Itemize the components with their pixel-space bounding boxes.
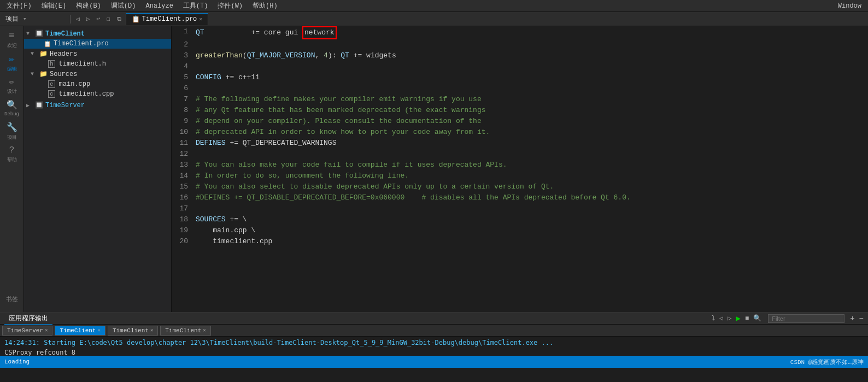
line-code-4[interactable] — [193, 61, 868, 72]
code-line-18: 18 SOURCES += \ — [172, 214, 868, 225]
sidebar-item-bookmark[interactable]: 书签 — [1, 288, 23, 310]
output-add[interactable]: + — [850, 314, 854, 323]
toolbar-undo[interactable]: ↩ — [94, 15, 102, 23]
output-play[interactable]: ▶ — [736, 314, 741, 323]
output-remove[interactable]: − — [859, 314, 864, 323]
code-editor[interactable]: 1 QT += core gui network 2 3 greaterThan… — [172, 26, 868, 312]
app-tab-timeclient3[interactable]: TimeClient ✕ — [160, 326, 210, 336]
output-tabs: 应用程序输出 ⤵ ◁ ▷ ▶ ■ 🔍 + − — [0, 313, 868, 325]
output-icon1[interactable]: ⤵ — [712, 314, 715, 322]
line-code-19[interactable]: main.cpp \ — [193, 225, 868, 236]
status-watermark: CSDN @感觉画质不如…原神 — [790, 358, 864, 366]
tree-label: TimeClient — [45, 30, 85, 38]
line-code-14[interactable]: # In order to do so, uncomment the follo… — [193, 171, 868, 181]
line-code-17[interactable] — [193, 203, 868, 214]
line-code-16[interactable]: #DEFINES += QT_DISABLE_DEPRECATED_BEFORE… — [193, 192, 868, 203]
output-search[interactable]: 🔍 — [753, 314, 761, 322]
menu-help[interactable]: 帮助(H) — [248, 0, 282, 11]
output-tab-main[interactable]: 应用程序输出 — [4, 313, 52, 325]
tree-item-timeclient-cpp[interactable]: c timeclient.cpp — [24, 89, 171, 99]
sidebar-icons: ≡ 欢迎 ✏ 编辑 ✏ 设计 🔍 Debug 🔧 项目 ? 帮助 书签 — [0, 26, 24, 312]
code-line-3: 3 greaterThan(QT_MAJOR_VERSION, 4): QT +… — [172, 50, 868, 61]
toolbar-new-file[interactable]: ☐ — [104, 15, 113, 23]
code-line-13: 13 # You can also make your code fail to… — [172, 160, 868, 171]
bookmark-label: 书签 — [6, 295, 18, 303]
line-num-17: 17 — [172, 203, 193, 214]
cpp-icon2: c — [48, 90, 55, 98]
app-tab-timeserver-close[interactable]: ✕ — [45, 327, 48, 333]
tree-arrow-sources: ▼ — [31, 71, 37, 77]
tree-item-timeclient-h[interactable]: h timeclient.h — [24, 59, 171, 69]
line-code-11[interactable]: DEFINES += QT_DEPRECATED_WARNINGS — [193, 138, 868, 149]
line-num-2: 2 — [172, 39, 193, 50]
toolbar-split[interactable]: ⧉ — [115, 15, 124, 23]
headers-folder-icon: 📁 — [39, 50, 48, 58]
tab-timeclient-pro[interactable]: 📋 TimeClient.pro ✕ — [126, 13, 209, 25]
line-code-3[interactable]: greaterThan(QT_MAJOR_VERSION, 4): QT += … — [193, 50, 868, 61]
line-num-16: 16 — [172, 192, 193, 203]
line-code-20[interactable]: timeclient.cpp — [193, 236, 868, 247]
tree-item-sources[interactable]: ▼ 📁 Sources — [24, 69, 171, 79]
line-code-6[interactable] — [193, 83, 868, 94]
code-line-10: 10 # deprecated API in order to know how… — [172, 127, 868, 138]
tree-item-timeserver[interactable]: ▶ 🔲 TimeServer — [24, 100, 171, 110]
output-stop[interactable]: ■ — [745, 315, 749, 322]
sidebar-item-project[interactable]: 🔧 项目 — [1, 120, 23, 142]
line-code-5[interactable]: CONFIG += c++11 — [193, 72, 868, 83]
code-line-5: 5 CONFIG += c++11 — [172, 72, 868, 83]
sidebar-item-design[interactable]: ✏ 设计 — [1, 74, 23, 96]
line-num-10: 10 — [172, 127, 193, 138]
tree-item-headers[interactable]: ▼ 📁 Headers — [24, 49, 171, 59]
menu-analyze[interactable]: Analyze — [141, 1, 177, 11]
tree-item-timeclient-root[interactable]: ▼ 🔲 TimeClient — [24, 28, 171, 39]
tree-label-sources: Sources — [50, 70, 77, 78]
help-icon: ? — [9, 145, 15, 155]
app-tab-timeclient1-close[interactable]: ✕ — [97, 327, 100, 333]
menu-file[interactable]: 文件(F) — [2, 0, 36, 11]
sidebar-item-debug[interactable]: 🔍 Debug — [1, 97, 23, 119]
menu-edit[interactable]: 编辑(E) — [37, 0, 71, 11]
tree-item-main-cpp[interactable]: c main.cpp — [24, 79, 171, 89]
tree-item-timeclient-pro[interactable]: 📋 TimeClient.pro — [24, 39, 171, 49]
menu-build[interactable]: 构建(B) — [72, 0, 105, 11]
line-code-1[interactable]: QT += core gui network — [193, 26, 868, 39]
line-code-7[interactable]: # The following define makes your compil… — [193, 94, 868, 105]
app-tab-timeserver[interactable]: TimeServer ✕ — [2, 326, 52, 336]
sidebar-item-help[interactable]: ? 帮助 — [1, 143, 23, 165]
line-code-13[interactable]: # You can also make your code fail to co… — [193, 160, 868, 171]
line-code-18[interactable]: SOURCES += \ — [193, 214, 868, 225]
code-line-16: 16 #DEFINES += QT_DISABLE_DEPRECATED_BEF… — [172, 192, 868, 203]
sidebar-item-welcome[interactable]: ≡ 欢迎 — [1, 28, 23, 50]
project-icon: 🔧 — [7, 122, 17, 133]
edit-icon: ✏ — [9, 52, 15, 64]
code-line-7: 7 # The following define makes your comp… — [172, 94, 868, 105]
toolbar-dropdown[interactable]: ▾ — [23, 15, 67, 22]
menu-tools[interactable]: 工具(T) — [179, 0, 213, 11]
menu-debug[interactable]: 调试(D) — [107, 0, 140, 11]
output-next[interactable]: ▷ — [728, 314, 731, 322]
menu-controls[interactable]: 控件(W) — [213, 0, 247, 11]
line-code-10[interactable]: # deprecated API in order to know how to… — [193, 127, 868, 138]
toolbar-back[interactable]: ◁ — [74, 15, 82, 23]
app-tab-timeclient1-label: TimeClient — [60, 327, 96, 334]
welcome-icon: ≡ — [9, 30, 15, 41]
sidebar-item-edit[interactable]: ✏ 编辑 — [1, 51, 23, 73]
code-line-15: 15 # You can also select to disable depr… — [172, 181, 868, 192]
app-tab-timeclient3-close[interactable]: ✕ — [203, 327, 206, 333]
app-tab-timeclient1[interactable]: TimeClient ✕ — [55, 326, 105, 336]
output-prev[interactable]: ◁ — [719, 314, 723, 322]
line-code-8[interactable]: # any Qt feature that has been marked de… — [193, 105, 868, 116]
line-num-20: 20 — [172, 236, 193, 247]
line-code-9[interactable]: # depend on your compiler). Please consu… — [193, 116, 868, 127]
toolbar-forward[interactable]: ▷ — [84, 15, 92, 23]
code-line-17: 17 — [172, 203, 868, 214]
app-tab-timeclient2[interactable]: TimeClient ✕ — [108, 326, 158, 336]
app-tab-timeclient2-close[interactable]: ✕ — [150, 327, 153, 333]
status-left: Loading — [4, 359, 30, 365]
line-code-12[interactable] — [193, 149, 868, 160]
filter-input[interactable] — [768, 314, 844, 323]
line-code-15[interactable]: # You can also select to disable depreca… — [193, 181, 868, 192]
line-code-2[interactable] — [193, 39, 868, 50]
tree-label-main: main.cpp — [59, 80, 91, 88]
tab-close-button[interactable]: ✕ — [199, 16, 202, 22]
